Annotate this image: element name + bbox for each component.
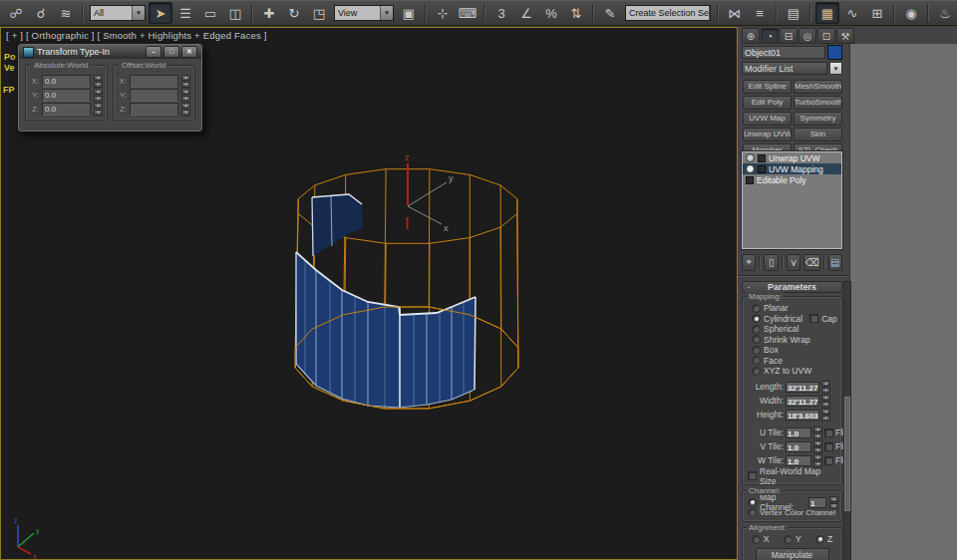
select-and-link-icon[interactable]: ☍ [4,2,28,24]
stack-item-editable-poly[interactable]: Editable Poly [743,174,841,185]
transform-type-in-dialog[interactable]: Transform Type-In –□✕ Absolute:WorldX:0.… [18,44,202,132]
rectangular-selection-region-icon[interactable]: ▭ [198,2,222,24]
snaps-toggle-3d-icon[interactable]: 3 [489,2,513,24]
flip-checkbox[interactable] [824,442,833,451]
spinner-down-icon[interactable]: ▼ [181,110,190,116]
curve-editor-icon[interactable]: ∿ [840,2,864,24]
axis-y-radio[interactable] [784,535,793,544]
select-and-manipulate-icon[interactable]: ⊹ [431,2,455,24]
spinner-up-icon[interactable]: ▲ [94,103,103,109]
edit-named-selection-sets-icon[interactable]: ✎ [598,2,622,24]
render-setup-icon[interactable]: ♨ [933,2,957,24]
spinner-control[interactable]: ▲▼ [813,426,822,438]
object-name-field[interactable]: Object01 [742,46,825,59]
offset-world-y-field[interactable] [130,89,178,102]
axis-x-radio[interactable] [752,535,761,544]
select-and-move-icon[interactable]: ✚ [257,2,281,24]
spinner-control[interactable]: ▲▼ [813,440,822,452]
spinner-down-icon[interactable]: ▼ [94,110,103,116]
absolute-world-x-field[interactable]: 0.0 [42,75,91,88]
parameters-scrollbar[interactable] [843,281,851,560]
maximize-button[interactable]: □ [163,46,179,58]
w-tile-field[interactable]: 1.0 [786,455,811,466]
modifier-button-uvw-map[interactable]: UVW Map [743,112,792,126]
spinner-down-icon[interactable]: ▼ [813,447,822,453]
spinner-up-icon[interactable]: ▲ [813,440,822,446]
modifier-button-symmetry[interactable]: Symmetry [794,112,842,126]
mirror-icon[interactable]: ⋈ [723,2,747,24]
angle-snap-toggle-icon[interactable]: ∠ [514,2,538,24]
window-crossing-toggle-icon[interactable]: ◫ [223,2,247,24]
map-channel-spinner[interactable]: ▲▼ [829,496,838,508]
dialog-titlebar[interactable]: Transform Type-In –□✕ [19,45,201,59]
xyz-to-uvw-radio[interactable] [752,367,761,376]
spinner-down-icon[interactable]: ▼ [821,402,830,408]
spinner-control[interactable]: ▲▼ [181,89,190,101]
length-field[interactable]: 32'11.27 [786,382,819,393]
hierarchy-tab[interactable]: ⊟ [780,28,798,44]
offset-world-z-field[interactable] [130,103,178,116]
spinner-down-icon[interactable]: ▼ [94,82,103,88]
spinner-down-icon[interactable]: ▼ [181,82,190,88]
u-tile-field[interactable]: 1.0 [786,427,811,438]
spinner-control[interactable]: ▲▼ [94,75,103,87]
select-by-name-icon[interactable]: ☰ [173,2,197,24]
show-end-result-button[interactable]: ▯ [764,254,778,271]
modifier-button-edit-poly[interactable]: Edit Poly [743,96,792,110]
spinner-down-icon[interactable]: ▼ [821,388,830,394]
spinner-up-icon[interactable]: ▲ [821,381,830,387]
graphite-ribbon-toggle-icon[interactable]: ▦ [815,2,839,24]
spinner-up-icon[interactable]: ▲ [181,103,190,109]
flip-checkbox[interactable] [824,456,833,465]
create-tab[interactable]: ⊕ [742,28,760,44]
align-icon[interactable]: ≡ [748,2,772,24]
layer-manager-icon[interactable]: ▤ [782,2,805,24]
absolute-world-y-field[interactable]: 0.0 [42,89,91,102]
scrollbar-thumb[interactable] [844,397,850,511]
height-field[interactable]: 18'3.603 [786,410,819,420]
make-unique-button[interactable]: ⋎ [787,254,800,271]
manipulate-button[interactable]: Manipulate [756,548,829,560]
cylindrical-radio[interactable] [752,314,761,323]
schematic-view-icon[interactable]: ⊞ [865,2,889,24]
spinner-up-icon[interactable]: ▲ [94,75,103,81]
selection-filter-arrow-icon[interactable]: ▼ [132,6,145,20]
box-radio[interactable] [752,346,761,355]
spinner-up-icon[interactable]: ▲ [94,89,103,95]
cap-checkbox[interactable] [809,314,818,323]
spinner-control[interactable]: ▲▼ [821,381,830,393]
spinner-up-icon[interactable]: ▲ [181,89,190,95]
unlink-selection-icon[interactable]: ☌ [29,2,53,24]
percent-snap-toggle-icon[interactable]: % [539,2,563,24]
vertex-color-radio[interactable] [748,508,757,517]
spinner-control[interactable]: ▲▼ [94,103,103,115]
keyboard-shortcut-override-icon[interactable]: ⌨ [456,2,479,24]
v-tile-field[interactable]: 1.0 [786,441,811,452]
bind-to-space-warp-icon[interactable]: ≋ [54,2,78,24]
spinner-up-icon[interactable]: ▲ [821,409,830,415]
spinner-control[interactable]: ▲▼ [181,103,190,115]
face-radio[interactable] [752,356,761,365]
axis-z-radio[interactable] [815,535,824,544]
modifier-list-dropdown[interactable]: Modifier List [742,62,827,75]
absolute-world-z-field[interactable]: 0.0 [42,103,91,116]
spinner-up-icon[interactable]: ▲ [821,395,830,401]
remove-modifier-button[interactable]: ⌫ [803,254,819,271]
offset-world-x-field[interactable] [130,75,178,88]
modifier-button-edit-spline[interactable]: Edit Spline [743,80,792,94]
configure-modifier-sets-button[interactable]: ▤ [828,254,842,271]
flip-checkbox[interactable] [824,428,833,437]
planar-radio[interactable] [752,304,761,313]
spinner-down-icon[interactable]: ▼ [94,96,103,102]
motion-tab[interactable]: ◎ [798,28,816,44]
modifier-stack[interactable]: Unwrap UVWUVW MappingEditable Poly [742,151,842,249]
spinner-up-icon[interactable]: ▲ [813,454,822,460]
modifier-button-turbosmooth[interactable]: TurboSmooth [794,96,842,110]
spinner-control[interactable]: ▲▼ [813,454,822,466]
spinner-control[interactable]: ▲▼ [181,75,190,87]
modifier-lightbulb-icon[interactable] [746,164,755,173]
close-button[interactable]: ✕ [181,46,197,58]
select-and-scale-icon[interactable]: ◳ [307,2,331,24]
reference-coordinate-system-dropdown[interactable]: View▼ [334,5,394,21]
spherical-radio[interactable] [752,325,761,334]
